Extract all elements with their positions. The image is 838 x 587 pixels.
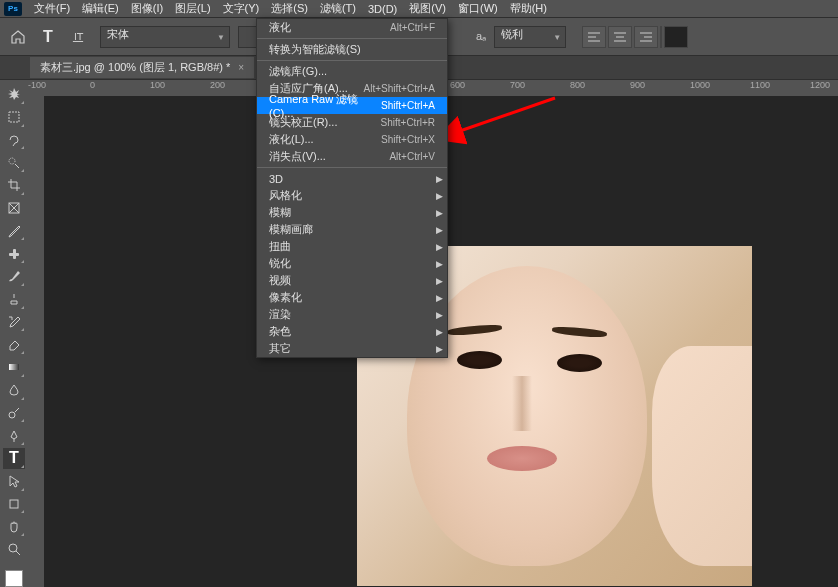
filter-menu-item[interactable]: 视频▶ <box>257 272 447 289</box>
menu-item-label: 扭曲 <box>269 239 291 254</box>
menu-type[interactable]: 文字(Y) <box>217 0 266 18</box>
svg-point-20 <box>9 544 17 552</box>
menu-filter[interactable]: 滤镜(T) <box>314 0 362 18</box>
antialias-select[interactable]: 锐利 ▼ <box>494 26 566 48</box>
close-icon[interactable]: × <box>238 62 244 73</box>
menu-separator <box>257 167 447 168</box>
chevron-right-icon: ▶ <box>436 344 443 354</box>
move-tool[interactable] <box>3 84 25 105</box>
filter-menu-item[interactable]: 模糊画廊▶ <box>257 221 447 238</box>
antialias-label: aₐ <box>476 30 486 43</box>
foreground-color[interactable] <box>5 570 23 587</box>
history-brush-tool[interactable] <box>3 312 25 333</box>
hand-tool[interactable] <box>3 516 25 537</box>
chevron-right-icon: ▶ <box>436 242 443 252</box>
chevron-right-icon: ▶ <box>436 208 443 218</box>
filter-menu-item[interactable]: 扭曲▶ <box>257 238 447 255</box>
eraser-tool[interactable] <box>3 334 25 355</box>
crop-tool[interactable] <box>3 175 25 196</box>
quick-select-tool[interactable] <box>3 152 25 173</box>
filter-menu-item[interactable]: 液化(L)...Shift+Ctrl+X <box>257 131 447 148</box>
healing-tool[interactable] <box>3 243 25 264</box>
menu-shortcut: Shift+Ctrl+R <box>381 117 435 128</box>
ps-logo: Ps <box>4 2 22 16</box>
ruler-vertical <box>28 96 44 587</box>
document-tab[interactable]: 素材三.jpg @ 100% (图层 1, RGB/8#) * × <box>30 57 254 78</box>
filter-menu-item[interactable]: 镜头校正(R)...Shift+Ctrl+R <box>257 114 447 131</box>
pen-tool[interactable] <box>3 425 25 446</box>
ruler-tick: 800 <box>570 80 585 90</box>
menu-shortcut: Alt+Ctrl+V <box>389 151 435 162</box>
menu-layer[interactable]: 图层(L) <box>169 0 216 18</box>
type-tool-icon: T <box>36 25 60 49</box>
menu-item-label: 3D <box>269 173 283 185</box>
filter-menu-item[interactable]: 3D▶ <box>257 170 447 187</box>
menu-item-label: 其它 <box>269 341 291 356</box>
zoom-tool[interactable] <box>3 539 25 560</box>
frame-tool[interactable] <box>3 198 25 219</box>
ruler-tick: 0 <box>90 80 95 90</box>
align-left-button[interactable] <box>582 26 606 48</box>
svg-point-11 <box>9 158 15 164</box>
clone-tool[interactable] <box>3 289 25 310</box>
chevron-right-icon: ▶ <box>436 310 443 320</box>
filter-menu-item[interactable]: 其它▶ <box>257 340 447 357</box>
type-tool[interactable]: T <box>3 448 25 469</box>
shape-tool[interactable] <box>3 494 25 515</box>
menubar: Ps 文件(F) 编辑(E) 图像(I) 图层(L) 文字(Y) 选择(S) 滤… <box>0 0 838 18</box>
filter-menu-item[interactable]: 滤镜库(G)... <box>257 63 447 80</box>
menu-view[interactable]: 视图(V) <box>403 0 452 18</box>
menu-image[interactable]: 图像(I) <box>125 0 169 18</box>
menu-help[interactable]: 帮助(H) <box>504 0 553 18</box>
svg-point-18 <box>9 412 15 418</box>
menu-item-label: 锐化 <box>269 256 291 271</box>
chevron-right-icon: ▶ <box>436 191 443 201</box>
filter-menu-item[interactable]: 渲染▶ <box>257 306 447 323</box>
menu-item-label: 镜头校正(R)... <box>269 115 337 130</box>
ruler-tick: 700 <box>510 80 525 90</box>
filter-menu-item[interactable]: 风格化▶ <box>257 187 447 204</box>
font-family-value: 宋体 <box>107 28 129 40</box>
gradient-tool[interactable] <box>3 357 25 378</box>
menu-separator <box>257 60 447 61</box>
path-select-tool[interactable] <box>3 471 25 492</box>
chevron-right-icon: ▶ <box>436 259 443 269</box>
menu-item-label: 像素化 <box>269 290 302 305</box>
text-color-button[interactable] <box>664 26 688 48</box>
filter-menu-item[interactable]: 转换为智能滤镜(S) <box>257 41 447 58</box>
brush-tool[interactable] <box>3 266 25 287</box>
document-title: 素材三.jpg @ 100% (图层 1, RGB/8#) * <box>40 60 230 75</box>
filter-menu-item[interactable]: 锐化▶ <box>257 255 447 272</box>
align-right-button[interactable] <box>634 26 658 48</box>
align-center-button[interactable] <box>608 26 632 48</box>
eyedropper-tool[interactable] <box>3 221 25 242</box>
lasso-tool[interactable] <box>3 130 25 151</box>
menu-item-label: 消失点(V)... <box>269 149 326 164</box>
font-family-select[interactable]: 宋体 ▼ <box>100 26 230 48</box>
ruler-tick: -100 <box>28 80 46 90</box>
ruler-tick: 200 <box>210 80 225 90</box>
menu-edit[interactable]: 编辑(E) <box>76 0 125 18</box>
filter-menu-item[interactable]: 像素化▶ <box>257 289 447 306</box>
menu-file[interactable]: 文件(F) <box>28 0 76 18</box>
chevron-right-icon: ▶ <box>436 225 443 235</box>
filter-menu-item[interactable]: 液化Alt+Ctrl+F <box>257 19 447 36</box>
filter-menu-item[interactable]: 模糊▶ <box>257 204 447 221</box>
ruler-tick: 600 <box>450 80 465 90</box>
menu-3d[interactable]: 3D(D) <box>362 1 403 17</box>
filter-menu-item[interactable]: 杂色▶ <box>257 323 447 340</box>
svg-rect-16 <box>13 249 16 259</box>
filter-menu-item[interactable]: 消失点(V)...Alt+Ctrl+V <box>257 148 447 165</box>
ruler-tick: 100 <box>150 80 165 90</box>
menu-shortcut: Shift+Ctrl+X <box>381 134 435 145</box>
menu-select[interactable]: 选择(S) <box>265 0 314 18</box>
marquee-tool[interactable] <box>3 107 25 128</box>
home-icon[interactable] <box>8 27 28 47</box>
menu-separator <box>257 38 447 39</box>
menu-window[interactable]: 窗口(W) <box>452 0 504 18</box>
dodge-tool[interactable] <box>3 403 25 424</box>
blur-tool[interactable] <box>3 380 25 401</box>
text-orientation-icon[interactable]: I̲T̲ <box>68 25 92 49</box>
svg-rect-19 <box>10 500 18 508</box>
filter-menu-item[interactable]: Camera Raw 滤镜(C)...Shift+Ctrl+A <box>257 97 447 114</box>
